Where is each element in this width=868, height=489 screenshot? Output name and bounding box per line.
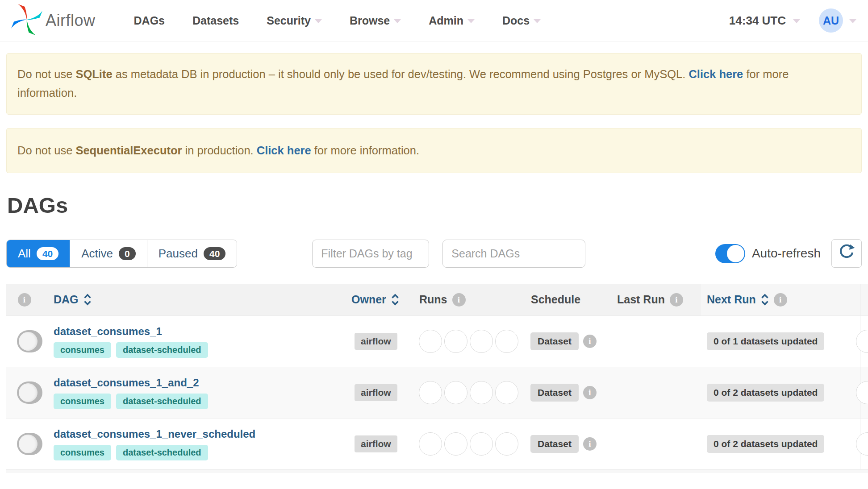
- run-status-circle[interactable]: [495, 381, 518, 404]
- tag-chip[interactable]: consumes: [54, 445, 111, 460]
- toggle-knob: [19, 332, 38, 351]
- sort-icon: [83, 294, 92, 306]
- column-label: Owner: [351, 293, 386, 306]
- run-status-circle[interactable]: [495, 432, 518, 456]
- dag-tags: consumes dataset-scheduled: [54, 394, 208, 409]
- header-recent-tasks-cell: [860, 284, 868, 315]
- run-status-circle[interactable]: [419, 432, 442, 456]
- dag-pause-toggle[interactable]: [17, 330, 42, 352]
- schedule-badge[interactable]: Dataset: [530, 384, 579, 402]
- dag-link[interactable]: dataset_consumes_1: [54, 325, 162, 338]
- nav-item-label: Admin: [429, 14, 463, 27]
- chevron-down-icon[interactable]: [793, 19, 800, 23]
- chevron-down-icon: [534, 19, 541, 23]
- schedule-badge[interactable]: Dataset: [530, 332, 579, 350]
- owner-cell: airflow: [346, 419, 417, 469]
- dag-cell: dataset_consumes_1_and_2 consumes datase…: [42, 367, 346, 418]
- tab-all[interactable]: All 40: [7, 240, 70, 267]
- nav-item-dags[interactable]: DAGs: [134, 14, 165, 27]
- tag-chip[interactable]: dataset-scheduled: [116, 445, 208, 460]
- column-label: Runs: [419, 293, 447, 306]
- dag-pause-toggle[interactable]: [17, 381, 42, 404]
- pause-toggle-cell: [6, 419, 42, 469]
- run-status-circle[interactable]: [419, 381, 442, 404]
- run-status-circle[interactable]: [495, 330, 518, 353]
- column-label: DAG: [54, 293, 79, 306]
- chevron-down-icon[interactable]: [849, 19, 856, 23]
- table-row: dataset_consumes_1_never_scheduled consu…: [6, 418, 868, 469]
- dag-filter-tabs: All 40 Active 0 Paused 40: [6, 240, 237, 268]
- tag-chip[interactable]: dataset-scheduled: [116, 394, 208, 409]
- next-run-badge: 0 of 1 datasets updated: [707, 332, 824, 350]
- run-status-circle[interactable]: [444, 381, 467, 404]
- search-dags-input[interactable]: [442, 240, 585, 268]
- run-status-circle[interactable]: [470, 381, 493, 404]
- last-run-cell: [614, 419, 701, 469]
- tab-count-badge: 40: [37, 247, 58, 260]
- click-here-link[interactable]: Click here: [689, 68, 743, 80]
- owner-badge[interactable]: airflow: [355, 435, 397, 452]
- run-status-circle[interactable]: [470, 432, 493, 456]
- sqlite-warning-banner: Do not use SQLite as metadata DB in prod…: [6, 53, 862, 115]
- autorefresh-label: Auto-refresh: [752, 246, 821, 261]
- info-icon[interactable]: i: [670, 293, 683, 307]
- owner-badge[interactable]: airflow: [355, 384, 397, 401]
- click-here-link[interactable]: Click here: [257, 144, 311, 157]
- header-info-cell: i: [6, 284, 42, 315]
- tag-chip[interactable]: consumes: [54, 342, 111, 358]
- tab-paused[interactable]: Paused 40: [147, 240, 237, 267]
- info-icon[interactable]: i: [583, 437, 597, 451]
- table-header-row: i DAG Owner Runs i Schedule Last Run i N…: [6, 284, 868, 315]
- toggle-knob: [19, 383, 38, 402]
- info-icon[interactable]: i: [774, 293, 787, 307]
- tab-label: Active: [81, 247, 113, 261]
- owner-cell: airflow: [346, 316, 417, 367]
- info-icon[interactable]: i: [583, 386, 597, 399]
- autorefresh-toggle[interactable]: [715, 244, 745, 263]
- column-header-next-run[interactable]: Next Run i: [701, 284, 860, 315]
- dag-pause-toggle[interactable]: [17, 433, 42, 455]
- info-icon[interactable]: i: [452, 293, 466, 307]
- tab-label: Paused: [159, 247, 198, 261]
- info-icon[interactable]: i: [583, 335, 597, 348]
- nav-item-browse[interactable]: Browse: [350, 14, 401, 27]
- run-status-circle[interactable]: [470, 330, 493, 353]
- next-run-badge: 0 of 2 datasets updated: [707, 435, 824, 453]
- refresh-icon: [838, 244, 855, 263]
- next-run-cell: 0 of 1 datasets updated: [701, 316, 860, 367]
- airflow-brand[interactable]: Airflow: [10, 3, 96, 38]
- pause-toggle-cell: [6, 367, 42, 418]
- tag-chip[interactable]: consumes: [54, 394, 111, 409]
- column-header-dag[interactable]: DAG: [42, 284, 346, 315]
- recent-tasks-cell: [860, 367, 868, 418]
- run-status-circle[interactable]: [444, 330, 467, 353]
- tag-filter-input[interactable]: [312, 240, 429, 268]
- dag-cell: dataset_consumes_1 consumes dataset-sche…: [42, 316, 346, 367]
- nav-item-admin[interactable]: Admin: [429, 14, 475, 27]
- refresh-button[interactable]: [831, 239, 862, 268]
- run-status-circle[interactable]: [419, 330, 442, 353]
- info-icon[interactable]: i: [18, 293, 31, 307]
- dag-link[interactable]: dataset_consumes_1_never_scheduled: [54, 428, 255, 440]
- schedule-cell: Dataset i: [529, 367, 614, 418]
- nav-item-label: Docs: [502, 14, 530, 27]
- dag-link[interactable]: dataset_consumes_1_and_2: [54, 377, 199, 389]
- recent-tasks-cell: [860, 316, 868, 367]
- column-header-owner[interactable]: Owner: [346, 284, 417, 315]
- column-header-last-run: Last Run i: [614, 284, 701, 315]
- toggle-knob: [19, 435, 38, 453]
- tab-active[interactable]: Active 0: [70, 240, 147, 267]
- tag-chip[interactable]: dataset-scheduled: [116, 342, 208, 358]
- nav-item-label: Datasets: [192, 14, 239, 27]
- dag-list-controls: All 40 Active 0 Paused 40 Auto-refresh: [6, 239, 862, 268]
- top-navbar: Airflow DAGs Datasets Security Browse Ad…: [0, 0, 868, 41]
- owner-badge[interactable]: airflow: [355, 333, 397, 350]
- run-status-circle[interactable]: [444, 432, 467, 456]
- nav-item-docs[interactable]: Docs: [502, 14, 541, 27]
- utc-clock[interactable]: 14:34 UTC: [729, 14, 786, 28]
- nav-item-datasets[interactable]: Datasets: [192, 14, 239, 27]
- nav-item-security[interactable]: Security: [267, 14, 322, 27]
- runs-cell: [417, 316, 529, 367]
- user-avatar[interactable]: AU: [819, 8, 843, 33]
- schedule-badge[interactable]: Dataset: [530, 435, 579, 453]
